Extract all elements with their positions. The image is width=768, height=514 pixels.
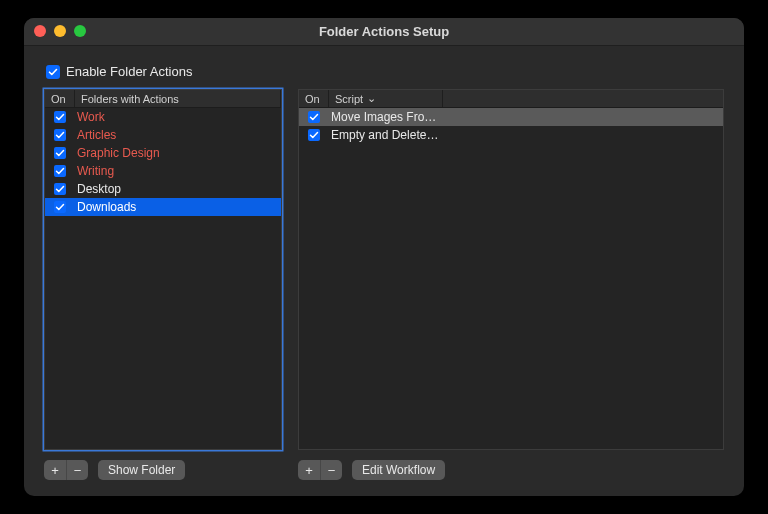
script-row-on: [299, 129, 329, 141]
script-name: Empty and Delete…: [329, 128, 719, 142]
checkmark-icon: [55, 130, 65, 140]
checkmark-icon: [309, 112, 319, 122]
scripts-footer: + − Edit Workflow: [298, 460, 724, 480]
checkmark-icon: [55, 112, 65, 122]
scripts-panel: On Script ⌄ Move Images Fro…Empty and De…: [298, 89, 724, 480]
script-checkbox[interactable]: [308, 129, 320, 141]
folders-footer: + − Show Folder: [44, 460, 282, 480]
folders-table[interactable]: On Folders with Actions WorkArticlesGrap…: [44, 89, 282, 450]
script-row[interactable]: Empty and Delete…: [299, 126, 723, 144]
folder-row[interactable]: Writing: [45, 162, 281, 180]
folder-checkbox[interactable]: [54, 165, 66, 177]
folder-name: Desktop: [75, 182, 277, 196]
folder-row[interactable]: Work: [45, 108, 281, 126]
folder-checkbox[interactable]: [54, 183, 66, 195]
window-title: Folder Actions Setup: [24, 24, 744, 39]
panels: On Folders with Actions WorkArticlesGrap…: [44, 89, 724, 480]
checkmark-icon: [48, 67, 58, 77]
folder-row[interactable]: Downloads: [45, 198, 281, 216]
folders-table-header: On Folders with Actions: [45, 90, 281, 108]
scripts-header-name-label: Script: [335, 93, 363, 105]
content: Enable Folder Actions On Folders with Ac…: [24, 46, 744, 496]
folder-row[interactable]: Graphic Design: [45, 144, 281, 162]
enable-folder-actions-checkbox[interactable]: [46, 65, 60, 79]
zoom-icon[interactable]: [74, 25, 86, 37]
folder-checkbox[interactable]: [54, 129, 66, 141]
folders-header-name[interactable]: Folders with Actions: [75, 90, 281, 107]
edit-workflow-button[interactable]: Edit Workflow: [352, 460, 445, 480]
folder-actions-window: Folder Actions Setup Enable Folder Actio…: [24, 18, 744, 496]
folders-header-on[interactable]: On: [45, 90, 75, 107]
scripts-table[interactable]: On Script ⌄ Move Images Fro…Empty and De…: [298, 89, 724, 450]
folder-name: Articles: [75, 128, 277, 142]
script-row[interactable]: Move Images Fro…: [299, 108, 723, 126]
checkmark-icon: [55, 202, 65, 212]
folders-table-body: WorkArticlesGraphic DesignWritingDesktop…: [45, 108, 281, 449]
scripts-header-on[interactable]: On: [299, 90, 329, 107]
folder-row-on: [45, 147, 75, 159]
folder-row[interactable]: Desktop: [45, 180, 281, 198]
folder-row-on: [45, 129, 75, 141]
scripts-table-header: On Script ⌄: [299, 90, 723, 108]
folder-checkbox[interactable]: [54, 111, 66, 123]
scripts-add-remove: + −: [298, 460, 342, 480]
chevron-down-icon: ⌄: [367, 92, 376, 105]
folder-row-on: [45, 201, 75, 213]
folder-name: Writing: [75, 164, 277, 178]
show-folder-button[interactable]: Show Folder: [98, 460, 185, 480]
minimize-icon[interactable]: [54, 25, 66, 37]
titlebar: Folder Actions Setup: [24, 18, 744, 46]
add-folder-button[interactable]: +: [44, 460, 66, 480]
folder-row-on: [45, 183, 75, 195]
folder-row-on: [45, 111, 75, 123]
folder-name: Downloads: [75, 200, 277, 214]
enable-folder-actions-label: Enable Folder Actions: [66, 64, 192, 79]
checkmark-icon: [55, 166, 65, 176]
close-icon[interactable]: [34, 25, 46, 37]
scripts-table-body: Move Images Fro…Empty and Delete…: [299, 108, 723, 449]
folders-panel: On Folders with Actions WorkArticlesGrap…: [44, 89, 282, 480]
folder-row-on: [45, 165, 75, 177]
checkmark-icon: [309, 130, 319, 140]
scripts-header-spacer: [443, 90, 723, 107]
remove-folder-button[interactable]: −: [66, 460, 88, 480]
folder-name: Graphic Design: [75, 146, 277, 160]
folder-checkbox[interactable]: [54, 201, 66, 213]
checkmark-icon: [55, 148, 65, 158]
scripts-header-name[interactable]: Script ⌄: [329, 90, 443, 107]
script-row-on: [299, 111, 329, 123]
traffic-lights: [34, 25, 86, 37]
remove-script-button[interactable]: −: [320, 460, 342, 480]
enable-folder-actions-row: Enable Folder Actions: [46, 64, 724, 79]
script-checkbox[interactable]: [308, 111, 320, 123]
add-script-button[interactable]: +: [298, 460, 320, 480]
folders-add-remove: + −: [44, 460, 88, 480]
script-name: Move Images Fro…: [329, 110, 719, 124]
folder-checkbox[interactable]: [54, 147, 66, 159]
folder-name: Work: [75, 110, 277, 124]
checkmark-icon: [55, 184, 65, 194]
folder-row[interactable]: Articles: [45, 126, 281, 144]
